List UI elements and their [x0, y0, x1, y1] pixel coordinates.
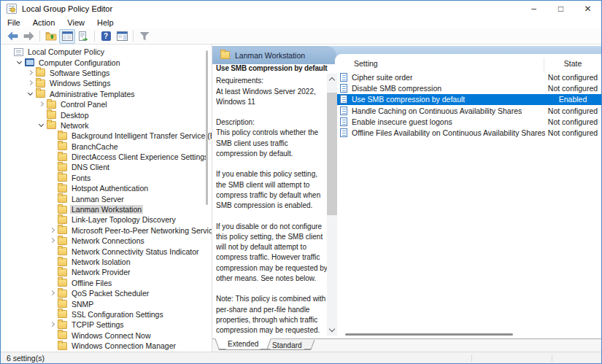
tree-item[interactable]: Computer Configuration [1, 57, 212, 67]
filter-button[interactable] [136, 29, 153, 44]
menu-help[interactable]: Help [97, 18, 114, 27]
chevron-down-icon[interactable] [15, 58, 24, 67]
description-scrollbar[interactable] [327, 74, 337, 336]
show-console-tree-button[interactable] [59, 29, 75, 44]
horizontal-scrollbar-thumb[interactable] [345, 333, 513, 336]
tree-item[interactable]: DirectAccess Client Experience Settings [1, 152, 212, 162]
folder-icon [47, 111, 56, 119]
tree-item[interactable]: Network Provider [1, 267, 212, 277]
view-tabs: Extended Standard [212, 338, 601, 352]
tree-item[interactable]: Fonts [1, 173, 212, 183]
tree-item-label: Background Intelligent Transfer Service … [70, 131, 212, 140]
status-separator [552, 355, 552, 362]
tab-standard[interactable]: Standard [263, 340, 311, 350]
maximize-button[interactable]: □ [547, 1, 574, 17]
scroll-up-icon[interactable] [328, 77, 334, 83]
tree-item-label: SSL Configuration Settings [70, 310, 165, 319]
policy-setting-icon [340, 117, 347, 126]
setting-name: Offline Files Availability on Continuous… [352, 128, 545, 137]
chevron-right-icon[interactable] [48, 236, 57, 245]
tree-item[interactable]: Microsoft Peer-to-Peer Networking Servic… [1, 225, 212, 236]
column-header-setting[interactable]: Setting [354, 59, 378, 68]
scroll-down-icon[interactable] [328, 326, 334, 332]
chevron-right-icon[interactable] [48, 289, 57, 298]
tree-item[interactable]: Lanman Server [1, 193, 212, 204]
tree-item[interactable]: Network Isolation [1, 257, 212, 267]
tree-item[interactable]: Control Panel [1, 99, 212, 109]
setting-row[interactable]: Handle Caching on Continuous Availabilit… [335, 105, 601, 116]
setting-state: Enabled [544, 95, 601, 104]
chevron-right-icon[interactable] [48, 226, 57, 235]
chevron-down-icon[interactable] [26, 90, 35, 98]
chevron-placeholder [48, 174, 57, 182]
up-folder-icon [45, 31, 57, 41]
chevron-placeholder [4, 47, 13, 56]
tree-item[interactable]: Hotspot Authentication [1, 183, 212, 193]
export-list-button[interactable] [75, 29, 91, 44]
scrollbar-thumb[interactable] [327, 93, 337, 215]
tree-item-label: Administrative Templates [48, 90, 136, 98]
console-window-icon [62, 31, 73, 41]
setting-row[interactable]: Offline Files Availability on Continuous… [335, 127, 601, 138]
tree-item[interactable]: Link-Layer Topology Discovery [1, 214, 212, 225]
tree-item[interactable]: SSL Configuration Settings [1, 309, 212, 320]
chevron-right-icon[interactable] [26, 79, 35, 88]
tree-item-label: QoS Packet Scheduler [70, 289, 150, 298]
toolbar-separator [39, 31, 40, 42]
setting-state: Not configured [544, 117, 601, 126]
help-icon [101, 31, 111, 41]
tree-item[interactable]: Network [1, 120, 212, 131]
tree-item-label: Computer Configuration [37, 58, 121, 67]
chevron-placeholder [48, 152, 57, 161]
tab-extended[interactable]: Extended [219, 338, 267, 350]
tree-item[interactable]: TCPIP Settings [1, 320, 212, 330]
up-one-level-button[interactable] [43, 29, 59, 44]
help-button[interactable] [98, 29, 114, 44]
tree-item[interactable]: BranchCache [1, 142, 212, 152]
tree-item[interactable]: DNS Client [1, 162, 212, 172]
chevron-down-icon[interactable] [37, 121, 46, 130]
tree-item-label: DNS Client [70, 163, 111, 171]
show-action-pane-button[interactable] [114, 29, 130, 44]
chevron-right-icon[interactable] [26, 69, 35, 77]
setting-row[interactable]: Enable insecure guest logonsNot configur… [335, 116, 601, 127]
folder-icon [58, 132, 67, 140]
chevron-right-icon[interactable] [48, 320, 57, 329]
tree-item[interactable]: Administrative Templates [1, 89, 212, 99]
tree-item[interactable]: QoS Packet Scheduler [1, 288, 212, 298]
tree-item[interactable]: SNMP [1, 298, 212, 309]
back-button[interactable] [4, 29, 20, 44]
close-button[interactable]: ✕ [574, 1, 601, 17]
tree-item[interactable]: Offline Files [1, 278, 212, 288]
folder-icon [58, 174, 67, 182]
minimize-button[interactable]: – [520, 1, 547, 17]
tree-item-label: Control Panel [59, 100, 109, 109]
tree-item-label: Windows Connection Manager [70, 341, 177, 350]
menu-action[interactable]: Action [33, 18, 55, 27]
tree-item[interactable]: Lanman Workstation [1, 204, 212, 214]
menu-file[interactable]: File [7, 18, 20, 27]
folder-icon [58, 290, 67, 298]
tree-scrollbar[interactable] [206, 50, 208, 205]
tree-item[interactable]: Windows Connection Manager [1, 341, 212, 351]
tree-item[interactable]: Local Computer Policy [1, 47, 212, 57]
console-tree: Local Computer PolicyComputer Configurat… [1, 44, 212, 352]
column-header-state[interactable]: State [544, 59, 601, 68]
setting-state: Not configured [544, 73, 601, 82]
setting-row[interactable]: Disable SMB compressionNot configured [335, 82, 601, 93]
tree-item[interactable]: Network Connectivity Status Indicator [1, 246, 212, 256]
tree-item[interactable]: Software Settings [1, 68, 212, 78]
policy-setting-icon [340, 128, 347, 137]
folder-icon [58, 321, 67, 329]
tree-item[interactable]: Windows Settings [1, 78, 212, 88]
setting-row[interactable]: Cipher suite orderNot configured [335, 71, 601, 82]
tree-item[interactable]: Windows Connect Now [1, 330, 212, 341]
tree-item[interactable]: Network Connections [1, 236, 212, 246]
forward-button[interactable] [20, 29, 36, 44]
folder-icon [58, 185, 67, 193]
tree-item[interactable]: Background Intelligent Transfer Service … [1, 131, 212, 141]
tree-item[interactable]: Desktop [1, 109, 212, 120]
setting-row[interactable]: Use SMB compression by defaultEnabled [335, 94, 601, 105]
chevron-right-icon[interactable] [37, 100, 46, 109]
menu-view[interactable]: View [67, 18, 85, 27]
